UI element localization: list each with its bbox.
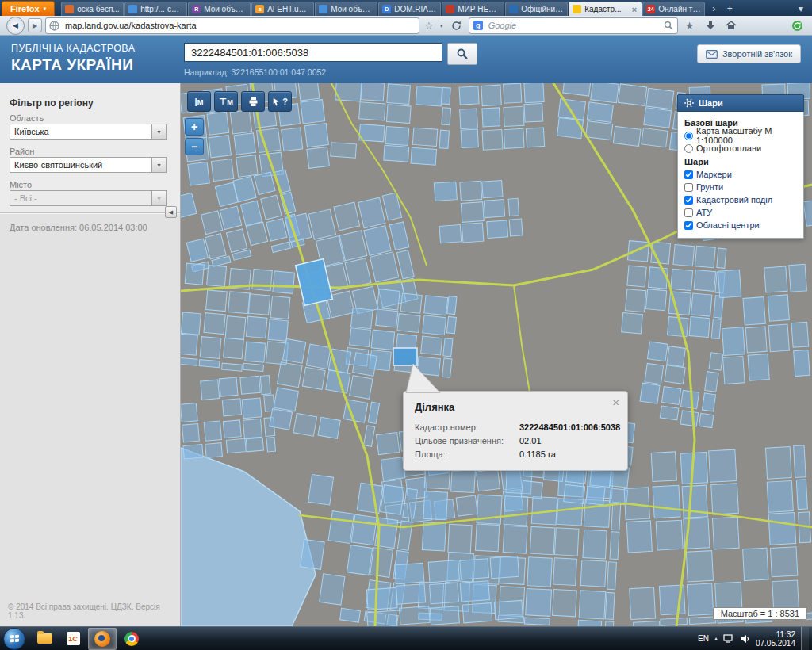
scroll-tabs-right-button[interactable]: › — [706, 2, 722, 16]
popup-title: Ділянка — [415, 401, 616, 413]
base-layer-option-map[interactable]: Карта масштабу М 1:100000 — [684, 129, 797, 142]
popup-row: Кадастр.номер: 3222484501:01:006:5038 — [415, 422, 616, 432]
layer-checkbox[interactable] — [684, 170, 693, 179]
network-icon[interactable] — [723, 634, 734, 643]
clock[interactable]: 11:32 07.05.2014 — [756, 630, 795, 648]
layer-checkbox[interactable] — [684, 183, 693, 192]
site-title-line2: КАРТА УКРАЇНИ — [11, 55, 135, 75]
show-hidden-icons-button[interactable]: ▴ — [714, 635, 718, 642]
chevron-down-icon: ▾ — [44, 6, 47, 12]
data-update-date: Дата оновлення: 06.05.2014 03:00 — [10, 223, 147, 232]
new-tab-button[interactable]: + — [722, 2, 737, 16]
show-desktop-button[interactable] — [801, 627, 809, 650]
search-bar[interactable]: g — [469, 17, 678, 34]
browser-navigation-bar: ◀ ▶ ☆ ▾ g ★ — [0, 16, 812, 36]
taskbar-firefox-button[interactable] — [88, 628, 117, 650]
folder-icon — [37, 633, 52, 644]
region-filter-sidebar: Фільтр по регіону Область Київська ▾ Рай… — [0, 83, 181, 626]
measure-length-button[interactable]: |м — [187, 91, 211, 112]
layer-option-oblast-centers[interactable]: Обласні центри — [684, 219, 797, 231]
list-all-tabs-button[interactable]: ▾ — [793, 2, 809, 16]
layers-panel-header[interactable]: Шари — [677, 94, 804, 112]
back-icon: ◀ — [13, 21, 18, 29]
tab[interactable]: 24Онлайн тра... — [642, 2, 705, 16]
raion-label: Район — [10, 147, 34, 156]
home-icon[interactable] — [722, 17, 740, 33]
layer-option-atu[interactable]: АТУ — [684, 206, 797, 219]
layers-panel-title: Шари — [699, 98, 723, 108]
tab[interactable]: http:/...-c1-t5 — [124, 2, 187, 16]
bookmark-star-icon[interactable]: ☆ — [423, 20, 435, 32]
taskbar-chrome-button[interactable] — [118, 629, 145, 649]
tab-favicon — [128, 5, 137, 13]
chevron-down-icon[interactable]: ▾ — [151, 158, 166, 172]
downloads-icon[interactable] — [702, 17, 719, 33]
feedback-button[interactable]: Зворотній зв'язок — [697, 44, 801, 63]
popup-row: Площа: 0.1185 га — [415, 449, 616, 459]
web-search-input[interactable] — [487, 20, 660, 31]
sync-refresh-icon[interactable] — [788, 17, 806, 33]
zoom-out-button[interactable]: − — [185, 138, 204, 155]
question-icon: ? — [282, 97, 288, 106]
tab[interactable]: RМои объяв... — [188, 2, 251, 16]
search-example-hint: Наприклад: 3221655100:01:047:0052 — [184, 67, 326, 77]
back-button[interactable]: ◀ — [6, 17, 25, 35]
base-layer-radio[interactable] — [684, 144, 693, 153]
zoom-in-button[interactable]: + — [185, 118, 204, 136]
url-dropdown-icon[interactable]: ▾ — [439, 22, 445, 29]
tab-close-icon[interactable]: × — [631, 5, 638, 14]
tab-favicon: a — [255, 5, 264, 13]
tab[interactable]: Мои объяв... — [315, 2, 377, 16]
tab-active[interactable]: Кадастр...× — [569, 2, 642, 16]
url-input[interactable] — [63, 20, 416, 31]
speaker-icon[interactable] — [740, 634, 750, 644]
zoom-controls: + − — [185, 118, 204, 155]
taskbar-1c-button[interactable]: 1С — [59, 629, 86, 649]
forward-button[interactable]: ▶ — [28, 18, 42, 32]
sidebar-collapse-button[interactable]: ◀ — [165, 206, 177, 218]
layer-option-cadastre[interactable]: Кадастровий поділ — [684, 193, 797, 206]
firefox-menu-button[interactable]: Firefox ▾ — [2, 1, 55, 16]
close-icon[interactable]: × — [612, 396, 619, 408]
tab[interactable]: Офіційний ... — [505, 2, 568, 16]
forward-icon: ▶ — [33, 22, 37, 29]
start-button[interactable] — [3, 628, 25, 650]
taskbar-explorer-button[interactable] — [31, 629, 58, 649]
identify-button[interactable]: ? — [268, 91, 292, 112]
gear-icon — [684, 98, 694, 108]
tab[interactable]: DDOM.RIA.c... — [378, 2, 441, 16]
layer-option-soils[interactable]: Грунти — [684, 181, 797, 193]
tab-favicon — [65, 5, 74, 13]
tab[interactable]: оска бесп... — [61, 2, 124, 16]
tab-favicon — [509, 5, 518, 13]
measure-area-button[interactable]: ⊤м — [214, 91, 238, 112]
chevron-down-icon[interactable]: ▾ — [151, 124, 166, 139]
cadastral-search-button[interactable] — [447, 43, 477, 65]
clock-date: 07.05.2014 — [756, 639, 795, 648]
search-icon[interactable] — [664, 21, 673, 30]
oblast-label: Область — [10, 113, 44, 123]
map-container: |м ⊤м ? + − — [181, 83, 812, 626]
layer-checkbox[interactable] — [684, 221, 693, 230]
bookmarks-menu-icon[interactable]: ★ — [681, 17, 699, 33]
reload-icon[interactable] — [448, 17, 465, 33]
layer-checkbox[interactable] — [684, 196, 693, 205]
raion-select[interactable]: Києво-святошинський ▾ — [10, 157, 167, 173]
page-content: Фільтр по регіону Область Київська ▾ Рай… — [0, 83, 812, 626]
base-layer-radio[interactable] — [684, 132, 693, 140]
cadastral-number-input[interactable] — [184, 43, 442, 62]
tab[interactable]: aАГЕНТ.ua - ... — [251, 2, 314, 16]
layer-option-markers[interactable]: Маркери — [684, 168, 797, 181]
print-button[interactable] — [241, 91, 265, 112]
oblast-select[interactable]: Київська ▾ — [10, 124, 167, 140]
envelope-icon — [706, 50, 718, 59]
chrome-icon — [124, 632, 139, 646]
filter-title: Фільтр по регіону — [10, 98, 94, 109]
url-bar[interactable] — [45, 17, 419, 34]
tab-favicon: D — [382, 5, 391, 13]
tab-favicon: R — [192, 5, 201, 13]
layer-checkbox[interactable] — [684, 208, 693, 217]
language-indicator[interactable]: EN — [698, 634, 709, 643]
misto-select: - Всі - ▾ — [10, 190, 167, 206]
tab[interactable]: МИР НЕДВ... — [442, 2, 504, 16]
